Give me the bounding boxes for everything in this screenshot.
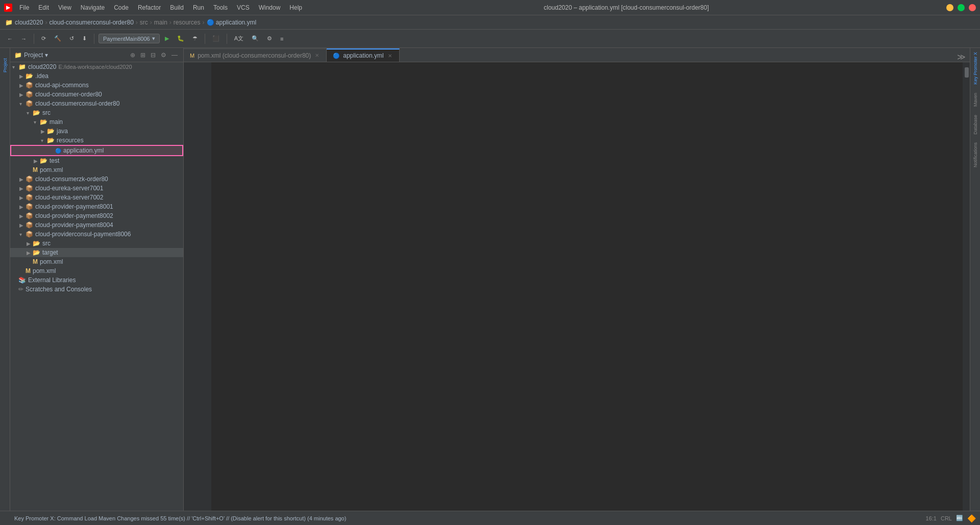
toolbar-separator-1 <box>34 34 34 44</box>
sidebar-item-cloud2020[interactable]: ▾📁cloud2020E:/idea-workspace/cloud2020 <box>10 62 183 71</box>
notifications-panel[interactable]: Notifications <box>973 140 978 169</box>
tree-icon-cloud-providerconsul-payment8006: 📦 <box>26 231 33 238</box>
sidebar-item-cloud-api-commons[interactable]: ▶📦cloud-api-commons <box>10 81 183 90</box>
menu-item-build[interactable]: Build <box>166 3 188 12</box>
breadcrumb-main[interactable]: main <box>154 19 167 26</box>
stop-button[interactable]: ⬛ <box>209 34 223 43</box>
tree-label-cloud-eureka-server7001: cloud-eureka-server7001 <box>35 185 103 192</box>
more-button[interactable]: ≡ <box>277 34 286 43</box>
code-editor[interactable] <box>211 62 963 511</box>
sidebar-item-cloud-consumerconsul-order80[interactable]: ▾📦cloud-consumerconsul-order80 <box>10 99 183 108</box>
sidebar-collapse-button[interactable]: ⊟ <box>149 51 157 59</box>
title-bar-left: ▶ FileEditViewNavigateCodeRefactorBuildR… <box>4 3 306 12</box>
breadcrumb-resources[interactable]: resources <box>174 19 201 26</box>
folder-icon: 📁 <box>14 52 22 59</box>
sidebar-dropdown-arrow[interactable]: ▾ <box>45 52 48 59</box>
tree-icon-pom-root: M <box>26 267 31 274</box>
sidebar-item-target[interactable]: ▶📂target <box>10 248 183 257</box>
build-button[interactable]: 🔨 <box>51 34 64 43</box>
breadcrumb-src[interactable]: src <box>140 19 148 26</box>
sidebar-item-cloud-provider-payment8001[interactable]: ▶📦cloud-provider-payment8001 <box>10 202 183 211</box>
sidebar-item-cloud-consumerzk-order80[interactable]: ▶📦cloud-consumerzk-order80 <box>10 174 183 184</box>
sidebar-item-external-libraries[interactable]: 📚External Libraries <box>10 276 183 285</box>
breadcrumb-project[interactable]: cloud2020 <box>15 19 43 26</box>
search-button[interactable]: 🔍 <box>249 34 262 43</box>
menu-item-view[interactable]: View <box>54 3 76 12</box>
tab-pom[interactable]: M pom.xml (cloud-consumerconsul-order80)… <box>184 48 327 62</box>
menu-item-file[interactable]: File <box>15 3 33 12</box>
menu-item-navigate[interactable]: Navigate <box>77 3 109 12</box>
tab-yml[interactable]: 🔵 application.yml ✕ <box>327 48 399 62</box>
sidebar-item-application.yml[interactable]: 🔵application.yml <box>10 145 183 156</box>
sidebar-item-scratches[interactable]: ✏Scratches and Consoles <box>10 285 183 294</box>
menu-item-window[interactable]: Window <box>255 3 285 12</box>
coverage-button[interactable]: ☂ <box>189 34 201 43</box>
tree-icon-pom-consumerconsul: M <box>33 166 38 173</box>
tree-icon-cloud-consumerzk-order80: 📦 <box>26 176 33 183</box>
sidebar-item-pom-providerconsul[interactable]: Mpom.xml <box>10 257 183 266</box>
minimize-button[interactable] <box>946 4 953 11</box>
editor-scrollbar[interactable] <box>963 62 970 511</box>
menu-item-tools[interactable]: Tools <box>209 3 232 12</box>
revert-button[interactable]: ↺ <box>66 34 77 43</box>
sidebar-item-cloud-eureka-server7001[interactable]: ▶📦cloud-eureka-server7001 <box>10 184 183 193</box>
database-panel[interactable]: Database <box>973 113 978 137</box>
window-controls[interactable] <box>946 4 976 11</box>
project-icon[interactable]: Project <box>1 50 10 81</box>
tree-label-cloud-consumer-order80: cloud-consumer-order80 <box>35 91 102 98</box>
tabs-more-button[interactable]: ≫ <box>953 52 970 62</box>
update-button[interactable]: ⬇ <box>79 34 90 43</box>
tree-icon-test: 📂 <box>40 157 47 164</box>
status-bar: Key Promoter X: Command Load Maven Chang… <box>0 511 980 525</box>
back-button[interactable]: ← <box>4 34 16 43</box>
sidebar-item-src2[interactable]: ▶📂src <box>10 239 183 248</box>
breadcrumb-file[interactable]: 🔵 application.yml <box>207 19 257 26</box>
settings-button[interactable]: ⚙ <box>264 34 275 43</box>
sidebar-item-test[interactable]: ▶📂test <box>10 156 183 165</box>
sidebar-item-java[interactable]: ▶📂java <box>10 127 183 136</box>
tab-yml-close[interactable]: ✕ <box>387 53 393 59</box>
tree-label-main: main <box>50 118 63 126</box>
forward-button[interactable]: → <box>18 34 30 43</box>
tab-pom-close[interactable]: ✕ <box>314 53 320 58</box>
debug-button[interactable]: 🐛 <box>174 34 187 43</box>
close-button[interactable] <box>969 4 976 11</box>
sidebar-expand-button[interactable]: ⊞ <box>139 51 147 59</box>
sidebar-item-cloud-provider-payment8004[interactable]: ▶📦cloud-provider-payment8004 <box>10 220 183 230</box>
sidebar-item-cloud-eureka-server7002[interactable]: ▶📦cloud-eureka-server7002 <box>10 193 183 202</box>
sidebar-item-cloud-provider-payment8002[interactable]: ▶📦cloud-provider-payment8002 <box>10 211 183 220</box>
breadcrumb-module[interactable]: cloud-consumerconsul-order80 <box>49 19 133 26</box>
run-button[interactable]: ▶ <box>162 34 172 43</box>
menu-item-vcs[interactable]: VCS <box>233 3 254 12</box>
sidebar-item-main[interactable]: ▾📂main <box>10 117 183 127</box>
key-promoter-panel[interactable]: Key Promoter X <box>973 50 978 87</box>
line-encoding[interactable]: CRL <box>941 515 952 521</box>
menu-item-code[interactable]: Code <box>110 3 133 12</box>
sidebar-hide-button[interactable]: — <box>170 51 179 59</box>
menu-item-edit[interactable]: Edit <box>34 3 53 12</box>
sidebar-item-cloud-consumer-order80[interactable]: ▶📦cloud-consumer-order80 <box>10 90 183 99</box>
maximize-button[interactable] <box>958 4 965 11</box>
sidebar-settings-button[interactable]: ⚙ <box>159 51 168 59</box>
sidebar-title: 📁 Project ▾ <box>14 52 48 59</box>
tree-label-resources: resources <box>57 137 84 144</box>
run-configuration[interactable]: PaymentMain8006 ▾ <box>99 34 160 43</box>
menu-item-run[interactable]: Run <box>189 3 208 12</box>
sidebar-item-pom-consumerconsul[interactable]: Mpom.xml <box>10 165 183 174</box>
sidebar-item-idea[interactable]: ▶📂.idea <box>10 71 183 81</box>
translate-button[interactable]: A文 <box>231 33 247 44</box>
cursor-position[interactable]: 16:1 <box>926 515 937 521</box>
tree-arrow-cloud-consumer-order80: ▶ <box>19 92 26 97</box>
title-bar: ▶ FileEditViewNavigateCodeRefactorBuildR… <box>0 0 980 15</box>
menu-item-help[interactable]: Help <box>285 3 306 12</box>
refresh-button[interactable]: ⟳ <box>38 34 49 43</box>
tree-icon-cloud-provider-payment8001: 📦 <box>26 203 33 210</box>
menu-item-refactor[interactable]: Refactor <box>134 3 165 12</box>
sidebar-item-src[interactable]: ▾📂src <box>10 108 183 117</box>
sidebar-item-resources[interactable]: ▾📂resources <box>10 136 183 145</box>
sidebar-item-pom-root[interactable]: Mpom.xml <box>10 266 183 276</box>
scroll-thumb[interactable] <box>965 67 969 78</box>
sidebar-locate-button[interactable]: ⊕ <box>129 51 137 59</box>
sidebar-item-cloud-providerconsul-payment8006[interactable]: ▾📦cloud-providerconsul-payment8006 <box>10 230 183 239</box>
maven-panel[interactable]: Maven <box>973 91 978 109</box>
